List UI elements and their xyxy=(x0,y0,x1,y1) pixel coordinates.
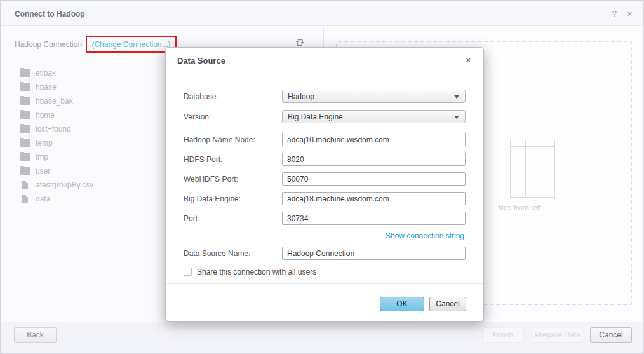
folder-icon xyxy=(20,139,30,147)
tree-item-label: temp xyxy=(36,139,53,147)
finish-button: Finish xyxy=(482,327,524,343)
port-input[interactable] xyxy=(282,212,466,225)
tree-item-label: home xyxy=(36,111,55,119)
tree-item-label: lost+found xyxy=(36,125,71,133)
data-source-name-input[interactable] xyxy=(282,247,466,260)
webhdfs-port-label: WebHDFS Port: xyxy=(184,175,238,184)
big-data-engine-label: Big Data Engine: xyxy=(184,194,241,203)
folder-icon xyxy=(20,97,30,105)
chevron-down-icon xyxy=(454,116,459,121)
tree-item-label: atestgroupBy.csv xyxy=(36,180,93,189)
folder-icon xyxy=(20,83,30,91)
change-connection-link[interactable]: (Change Connection...) xyxy=(91,40,170,49)
webhdfs-port-input[interactable] xyxy=(282,172,466,186)
tree-item-label: data xyxy=(36,194,50,203)
hdfs-port-input[interactable] xyxy=(282,153,466,166)
tree-item-label: hbase xyxy=(36,83,57,92)
data-source-dialog: Data Source × Database: Hadoop Version: … xyxy=(165,47,484,322)
dialog-header: Data Source × xyxy=(166,48,483,72)
field-row-database: Database: Hadoop xyxy=(166,90,483,104)
folder-icon xyxy=(20,111,30,119)
connect-to-hadoop-window: Connect to Hadoop ? × Hadoop Connection … xyxy=(0,0,644,354)
name-node-input[interactable] xyxy=(282,133,466,146)
change-connection-highlight-box: (Change Connection...) xyxy=(86,36,176,53)
dialog-title: Data Source xyxy=(177,56,225,65)
chevron-down-icon xyxy=(454,95,459,101)
field-row-hdfs-port: HDFS Port: xyxy=(166,153,483,167)
hdfs-port-label: HDFS Port: xyxy=(184,155,222,164)
version-select[interactable]: Big Data Engine xyxy=(282,110,466,123)
folder-icon xyxy=(20,69,30,77)
folder-icon xyxy=(20,167,30,175)
table-placeholder-icon xyxy=(510,140,555,198)
help-icon[interactable]: ? xyxy=(612,9,617,18)
tree-item-label: etlbak xyxy=(36,69,56,78)
share-connection-checkbox[interactable] xyxy=(184,268,192,276)
field-row-version: Version: Big Data Engine xyxy=(166,110,483,124)
database-select-value: Hadoop xyxy=(288,92,314,101)
tree-item-label: user xyxy=(36,167,50,175)
field-row-big-data-engine: Big Data Engine: xyxy=(166,192,483,206)
window-close-icon[interactable]: × xyxy=(627,9,632,18)
dialog-footer-divider xyxy=(166,283,483,284)
connection-name-label: Hadoop Connection xyxy=(15,40,82,49)
file-icon xyxy=(22,181,28,189)
tree-item-label: hbase_bak xyxy=(36,97,73,106)
name-node-label: Hadoop Name Node: xyxy=(184,135,255,144)
field-row-webhdfs-port: WebHDFS Port: xyxy=(166,172,483,186)
database-select[interactable]: Hadoop xyxy=(282,90,466,103)
wizard-footer: Back Finish Prepare Data Cancel xyxy=(1,322,643,354)
file-icon xyxy=(22,195,28,203)
show-connection-string-link[interactable]: Show connection string xyxy=(386,231,464,240)
database-label: Database: xyxy=(184,92,218,101)
folder-icon xyxy=(20,153,30,161)
folder-icon xyxy=(20,125,30,133)
version-select-value: Big Data Engine xyxy=(288,112,343,121)
prepare-data-button: Prepare Data xyxy=(533,327,582,343)
field-row-name-node: Hadoop Name Node: xyxy=(166,133,483,147)
window-title: Connect to Hadoop xyxy=(15,10,85,18)
version-label: Version: xyxy=(184,112,211,121)
share-connection-row: Share this connection with all users xyxy=(166,266,483,280)
back-button[interactable]: Back xyxy=(14,327,57,343)
window-titlebar: Connect to Hadoop ? × xyxy=(1,1,643,26)
dialog-close-icon[interactable]: × xyxy=(466,55,471,65)
field-row-data-source-name: Data Source Name: xyxy=(166,247,483,261)
share-connection-label: Share this connection with all users xyxy=(197,268,316,276)
connection-header-row: Hadoop Connection (Change Connection...) xyxy=(15,36,177,53)
ok-button[interactable]: OK xyxy=(380,297,424,311)
port-label: Port: xyxy=(184,214,199,223)
field-row-port: Port: xyxy=(166,212,483,226)
wizard-cancel-button[interactable]: Cancel xyxy=(590,327,632,343)
drop-hint-text: files from left. xyxy=(498,203,543,212)
tree-item-label: tmp xyxy=(36,153,48,161)
big-data-engine-input[interactable] xyxy=(282,192,466,205)
data-source-name-label: Data Source Name: xyxy=(184,249,250,258)
dialog-cancel-button[interactable]: Cancel xyxy=(429,297,466,311)
